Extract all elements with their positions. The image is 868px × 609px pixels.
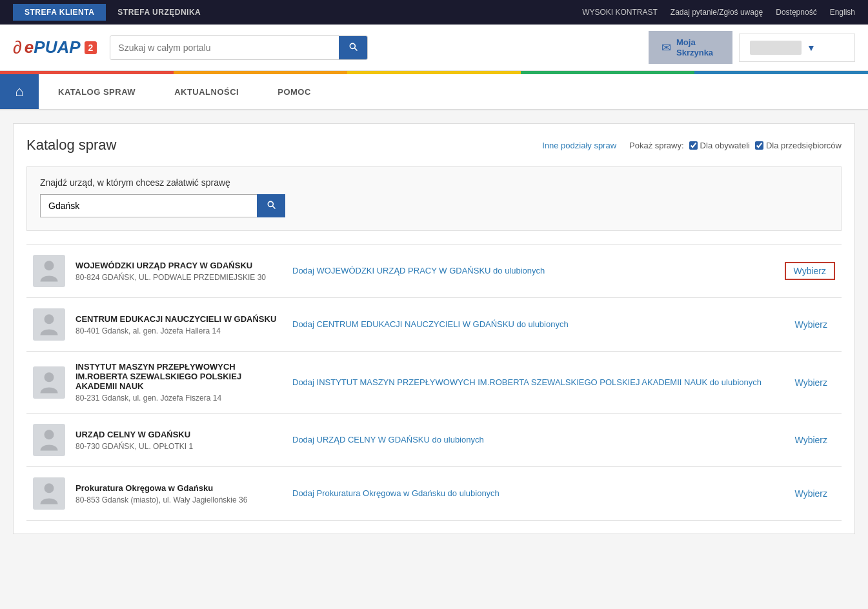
checkbox-przedsiebiorcy[interactable] — [755, 141, 763, 150]
result-address-4: 80-853 Gdańsk (miasto), ul. Wały Jagiell… — [76, 495, 282, 504]
top-bar-tabs: STREFA KLIENTA STREFA URZĘDNIKA — [13, 4, 212, 21]
result-wybierz-button-3[interactable]: Wybierz — [787, 432, 835, 448]
svg-point-0 — [45, 261, 54, 270]
search-office-row — [40, 194, 285, 217]
english-link[interactable]: English — [830, 8, 855, 17]
result-avatar-2 — [33, 366, 65, 399]
search-office-label: Znajdź urząd, w którym chcesz załatwić s… — [40, 177, 828, 188]
result-address-3: 80-730 GDAŃSK, UL. OPŁOTKI 1 — [76, 442, 282, 451]
svg-point-2 — [45, 372, 54, 382]
pokazsprawy-group: Pokaż sprawy: Dla obywateli Dla przedsię… — [629, 141, 842, 150]
user-avatar — [750, 41, 802, 55]
result-row-2: INSTYTUT MASZYN PRZEPŁYWOWYCH IM.ROBERTA… — [26, 352, 842, 414]
mailbox-label: Moja Skrzynka — [676, 37, 713, 57]
checkbox-obywateli-text: Dla obywateli — [700, 141, 750, 150]
nav-aktualnosci[interactable]: AKTUALNOŚCI — [155, 74, 258, 109]
page-header-right: Inne podziały spraw Pokaż sprawy: Dla ob… — [542, 141, 842, 150]
result-add-link-1[interactable]: Dodaj CENTRUM EDUKACJI NAUCZYCIELI W GDA… — [292, 319, 777, 330]
main-content: Katalog spraw Inne podziały spraw Pokaż … — [13, 123, 855, 534]
svg-point-3 — [45, 430, 54, 439]
result-add-link-4[interactable]: Dodaj Prokuratura Okręgowa w Gdańsku do … — [292, 488, 777, 499]
result-add-link-0[interactable]: Dodaj WOJEWÓDZKI URZĄD PRACY W GDAŃSKU d… — [292, 265, 774, 277]
checkbox-obywateli-label[interactable]: Dla obywateli — [689, 141, 750, 150]
search-office-input[interactable] — [40, 194, 257, 217]
logo-badge: 2 — [85, 41, 97, 54]
result-address-2: 80-231 Gdańsk, ul. gen. Józefa Fiszera 1… — [76, 394, 282, 403]
result-add-link-3[interactable]: Dodaj URZĄD CELNY W GDAŃSKU do ulubionyc… — [292, 434, 777, 446]
result-info-2: INSTYTUT MASZYN PRZEPŁYWOWYCH IM.ROBERTA… — [76, 362, 282, 403]
checkbox-przedsiebiorc-label[interactable]: Dla przedsiębiorców — [755, 141, 842, 150]
result-avatar-4 — [33, 477, 65, 510]
result-wybierz-button-0[interactable]: Wybierz — [785, 262, 835, 280]
result-row-1: CENTRUM EDUKACJI NAUCZYCIELI W GDAŃSKU 8… — [26, 298, 842, 352]
result-info-1: CENTRUM EDUKACJI NAUCZYCIELI W GDAŃSKU 8… — [76, 314, 282, 335]
result-row-3: URZĄD CELNY W GDAŃSKU 80-730 GDAŃSK, UL.… — [26, 414, 842, 467]
checkbox-obywateli[interactable] — [689, 141, 698, 150]
colorbar-blue — [694, 71, 868, 74]
tab-strefa-urzednika[interactable]: STREFA URZĘDNIKA — [106, 4, 212, 21]
search-office-section: Znajdź urząd, w którym chcesz załatwić s… — [26, 166, 842, 231]
result-address-0: 80-824 GDAŃSK, UL. PODWALE PRZEDMIEJSKIE… — [76, 273, 282, 282]
inne-podzialy-link[interactable]: Inne podziały spraw — [542, 141, 616, 150]
result-row-0: WOJEWÓDZKI URZĄD PRACY W GDAŃSKU 80-824 … — [26, 245, 842, 298]
result-info-4: Prokuratura Okręgowa w Gdańsku 80-853 Gd… — [76, 483, 282, 504]
dropdown-arrow-icon: ▼ — [807, 43, 816, 53]
nav-katalog-spraw[interactable]: KATALOG SPRAW — [39, 74, 155, 109]
mailbox-button[interactable]: ✉ Moja Skrzynka — [649, 31, 732, 64]
result-address-1: 80-401 Gdańsk, al. gen. Józefa Hallera 1… — [76, 326, 282, 335]
result-row-4: Prokuratura Okręgowa w Gdańsku 80-853 Gd… — [26, 467, 842, 521]
nav-home-button[interactable]: ⌂ — [0, 74, 39, 109]
accessibility-link[interactable]: Dostępność — [776, 8, 816, 17]
result-name-2: INSTYTUT MASZYN PRZEPŁYWOWYCH IM.ROBERTA… — [76, 362, 282, 391]
mail-icon: ✉ — [661, 41, 671, 55]
page-title: Katalog spraw — [26, 137, 116, 154]
result-name-3: URZĄD CELNY W GDAŃSKU — [76, 430, 282, 439]
header-right: ✉ Moja Skrzynka ▼ — [649, 31, 855, 64]
results-list: WOJEWÓDZKI URZĄD PRACY W GDAŃSKU 80-824 … — [26, 244, 842, 521]
global-search-input[interactable] — [110, 36, 339, 59]
ask-question-link[interactable]: Zadaj pytanie/Zgłoś uwagę — [671, 8, 763, 17]
colorbar-green — [521, 71, 694, 74]
logo-epuap-text: ePUAP — [25, 37, 81, 57]
result-name-0: WOJEWÓDZKI URZĄD PRACY W GDAŃSKU — [76, 261, 282, 270]
svg-point-4 — [45, 483, 54, 493]
pokazsprawy-label: Pokaż sprawy: — [629, 141, 684, 150]
result-name-4: Prokuratura Okręgowa w Gdańsku — [76, 483, 282, 493]
result-avatar-1 — [33, 308, 65, 341]
search-office-button[interactable] — [257, 194, 285, 217]
svg-point-1 — [45, 314, 54, 324]
home-icon: ⌂ — [15, 83, 23, 100]
tab-strefa-klienta[interactable]: STREFA KLIENTA — [13, 4, 106, 21]
user-area[interactable]: ▼ — [739, 34, 855, 62]
checkbox-przedsiebiorcy-text: Dla przedsiębiorców — [766, 141, 842, 150]
result-info-0: WOJEWÓDZKI URZĄD PRACY W GDAŃSKU 80-824 … — [76, 261, 282, 282]
result-wybierz-button-4[interactable]: Wybierz — [787, 486, 835, 501]
nav-bar: ⌂ KATALOG SPRAW AKTUALNOŚCI POMOC — [0, 74, 868, 110]
logo: ∂ ePUAP 2 — [13, 37, 97, 58]
page-header: Katalog spraw Inne podziały spraw Pokaż … — [26, 137, 842, 154]
result-wybierz-button-1[interactable]: Wybierz — [787, 317, 835, 332]
top-bar: STREFA KLIENTA STREFA URZĘDNIKA WYSOKI K… — [0, 0, 868, 25]
result-info-3: URZĄD CELNY W GDAŃSKU 80-730 GDAŃSK, UL.… — [76, 430, 282, 451]
logo-e-icon: ∂ — [13, 37, 22, 58]
result-wybierz-button-2[interactable]: Wybierz — [787, 375, 835, 390]
header: ∂ ePUAP 2 ✉ Moja Skrzynka ▼ — [0, 25, 868, 71]
global-search-box[interactable] — [110, 35, 368, 60]
colorbar-yellow — [347, 71, 521, 74]
nav-pomoc[interactable]: POMOC — [258, 74, 330, 109]
result-name-1: CENTRUM EDUKACJI NAUCZYCIELI W GDAŃSKU — [76, 314, 282, 324]
result-add-link-2[interactable]: Dodaj INSTYTUT MASZYN PRZEPŁYWOWYCH IM.R… — [292, 377, 777, 388]
result-avatar-3 — [33, 424, 65, 456]
global-search-button[interactable] — [339, 36, 367, 59]
high-contrast-link[interactable]: WYSOKI KONTRAST — [582, 8, 658, 17]
result-avatar-0 — [33, 255, 65, 287]
